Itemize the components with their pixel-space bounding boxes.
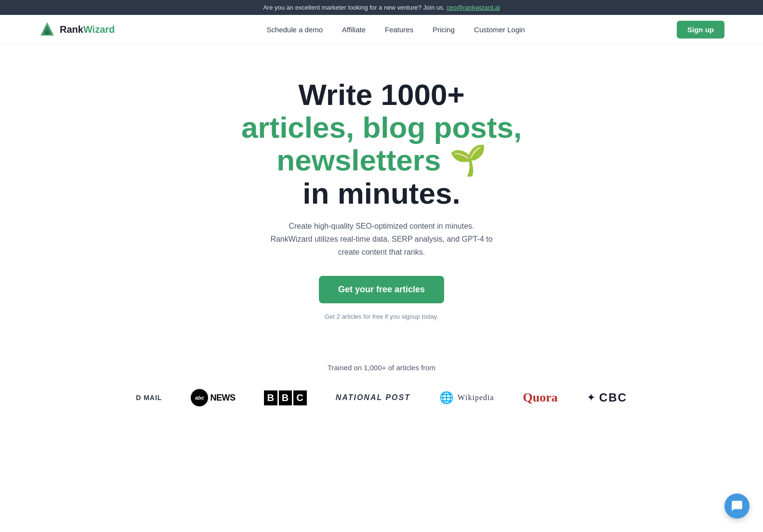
hero-footnote: Get 2 articles for free if you signup to…: [174, 313, 589, 320]
signup-button[interactable]: Sign up: [677, 21, 724, 39]
trained-label: Trained on 1,000+ of articles from: [10, 363, 753, 372]
daily-mail-logo: D MAIL: [136, 394, 162, 402]
navbar: RankWizard Schedule a demo Affiliate Fea…: [0, 15, 763, 45]
customer-login-link[interactable]: Customer Login: [474, 26, 525, 34]
logo-icon: [39, 21, 56, 39]
abc-news-logo: abc NEWS: [191, 389, 235, 406]
hero-subtext: Create high-quality SEO-optimized conten…: [256, 220, 507, 259]
logo-rank: Rank: [60, 24, 83, 35]
quora-logo: Quora: [523, 390, 558, 405]
hero-section: Write 1000+ articles, blog posts, newsle…: [165, 45, 598, 339]
logo[interactable]: RankWizard: [39, 21, 115, 39]
trained-section: Trained on 1,000+ of articles from D MAI…: [0, 339, 763, 435]
cta-button[interactable]: Get your free articles: [319, 276, 444, 303]
national-post-logo: National Post: [336, 393, 410, 402]
headline-line2: articles, blog posts,: [241, 111, 522, 144]
affiliate-link[interactable]: Affiliate: [342, 26, 366, 34]
top-banner: Are you an excellent marketer looking fo…: [0, 0, 763, 15]
headline-line4: in minutes.: [303, 177, 460, 210]
schedule-demo-link[interactable]: Schedule a demo: [266, 26, 323, 34]
cbc-logo: ✦ CBC: [587, 391, 627, 404]
wikipedia-logo: 🌐 Wikipedia: [439, 391, 494, 404]
banner-email-link[interactable]: ceo@rankwizard.ai: [447, 4, 500, 11]
headline-line3: newsletters 🌱: [276, 143, 486, 177]
logo-wizard: Wizard: [83, 24, 115, 35]
logos-row: D MAIL abc NEWS B B C National Post 🌐 Wi…: [10, 389, 753, 426]
nav-links: Schedule a demo Affiliate Features Prici…: [266, 26, 525, 34]
features-link[interactable]: Features: [385, 26, 413, 34]
headline-line1: Write 1000+: [298, 78, 464, 111]
banner-text: Are you an excellent marketer looking fo…: [263, 4, 447, 11]
hero-headline: Write 1000+ articles, blog posts, newsle…: [174, 78, 589, 210]
bbc-logo: B B C: [264, 390, 306, 405]
pricing-link[interactable]: Pricing: [433, 26, 455, 34]
svg-point-2: [45, 31, 49, 35]
